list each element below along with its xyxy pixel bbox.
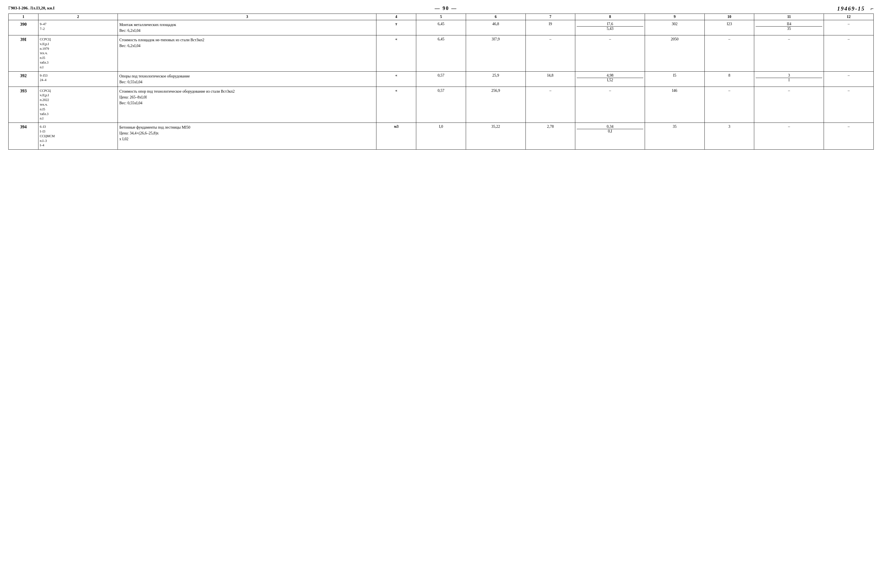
row-ref: 6–I3 I–I3 ССЦМСМ п.I–3 I–4	[38, 123, 118, 150]
row-number: 390	[9, 20, 39, 35]
header-left: Г903-I-206. Лл.I3,20, кн.I	[8, 6, 54, 10]
row-col5: I,0	[416, 123, 466, 150]
col-header-2: 2	[38, 14, 118, 20]
row-col7: –	[525, 87, 575, 123]
table-row: 3909–47 7–2Монтаж металлических площадок…	[9, 20, 874, 35]
row-col12: –	[824, 71, 874, 87]
page-number-right: 19469-15	[837, 6, 865, 12]
row-col12: –	[824, 20, 874, 35]
row-col8: 0,340,I	[575, 123, 645, 150]
row-number: 394	[9, 123, 39, 150]
row-col9: 35	[645, 123, 705, 150]
row-description: Монтаж металлических площадок Вес: 6,2хI…	[118, 20, 376, 35]
row-unit: т	[376, 20, 416, 35]
row-col10: 3	[705, 123, 754, 150]
col-header-8: 8	[575, 14, 645, 20]
header-right: 19469-15 ⌐	[837, 6, 874, 12]
column-header-row: 1 2 3 4 5 6 7 8 9 10 11 12	[9, 14, 874, 20]
row-col10: –	[705, 35, 754, 72]
row-col6: 25,9	[466, 71, 525, 87]
row-col5: 0,57	[416, 87, 466, 123]
row-col5: 6,45	[416, 35, 466, 72]
row-col7: I9	[525, 20, 575, 35]
table-row: 39IССРСЦ ч.II,р.I п.1979 тех.ч. п.I5 таб…	[9, 35, 874, 72]
row-col11: –	[754, 123, 824, 150]
row-col7: 2,78	[525, 123, 575, 150]
col-header-7: 7	[525, 14, 575, 20]
row-col11: –	[754, 87, 824, 123]
row-description: Стоимость опор под технологическое обору…	[118, 87, 376, 123]
row-col10: I23	[705, 20, 754, 35]
row-col9: 302	[645, 20, 705, 35]
row-col10: –	[705, 87, 754, 123]
col-header-10: 10	[705, 14, 754, 20]
row-col9: I46	[645, 87, 705, 123]
row-number: 392	[9, 71, 39, 87]
row-description: Стоимость площадок не-типовых из стали В…	[118, 35, 376, 72]
table-row: 3929–I53 24–4Опоры под технологическое о…	[9, 71, 874, 87]
col-header-12: 12	[824, 14, 874, 20]
col-header-11: 11	[754, 14, 824, 20]
page-header: Г903-I-206. Лл.I3,20, кн.I — 90 — 19469-…	[8, 6, 874, 12]
main-table: 1 2 3 4 5 6 7 8 9 10 11 12 3909–47 7–2Мо…	[8, 14, 874, 150]
row-col8: –	[575, 87, 645, 123]
table-row: 3946–I3 I–I3 ССЦМСМ п.I–3 I–4Бетонные фу…	[9, 123, 874, 150]
row-col9: I5	[645, 71, 705, 87]
row-col8: I7,65,43	[575, 20, 645, 35]
row-unit: м3	[376, 123, 416, 150]
row-col11: II435	[754, 20, 824, 35]
row-ref: ССРСЦ ч.II,р.I п.2022 тех.ч. п.I5 табл.3…	[38, 87, 118, 123]
col-header-5: 5	[416, 14, 466, 20]
row-number: 39I	[9, 35, 39, 72]
bracket-left: Г	[8, 6, 11, 10]
row-unit: «	[376, 35, 416, 72]
row-col8: 4,98I,52	[575, 71, 645, 87]
row-col11: 3I	[754, 71, 824, 87]
row-number: 393	[9, 87, 39, 123]
row-col6: 35,22	[466, 123, 525, 150]
col-header-4: 4	[376, 14, 416, 20]
row-col11: –	[754, 35, 824, 72]
col-header-6: 6	[466, 14, 525, 20]
col-header-3: 3	[118, 14, 376, 20]
doc-code: 903-I-206. Лл.I3,20, кн.I	[11, 6, 54, 10]
row-col6: 3I7,9	[466, 35, 525, 72]
row-col6: 46,8	[466, 20, 525, 35]
row-col12: –	[824, 87, 874, 123]
row-col6: 256,9	[466, 87, 525, 123]
row-col7: –	[525, 35, 575, 72]
row-col9: 2050	[645, 35, 705, 72]
row-col12: –	[824, 123, 874, 150]
row-col5: 6,45	[416, 20, 466, 35]
row-col10: 8	[705, 71, 754, 87]
row-description: Опоры под технологическое оборудование В…	[118, 71, 376, 87]
col-header-9: 9	[645, 14, 705, 20]
row-ref: 9–I53 24–4	[38, 71, 118, 87]
row-ref: 9–47 7–2	[38, 20, 118, 35]
row-col7: I4,8	[525, 71, 575, 87]
row-ref: ССРСЦ ч.II,р.I п.1979 тех.ч. п.I5 табл.3…	[38, 35, 118, 72]
row-unit: «	[376, 71, 416, 87]
row-unit: «	[376, 87, 416, 123]
header-center: — 90 —	[435, 6, 457, 11]
col-header-1: 1	[9, 14, 39, 20]
row-col12: –	[824, 35, 874, 72]
row-description: Бетонные фундаменты под лестницы МI50 Це…	[118, 123, 376, 150]
row-col5: 0,57	[416, 71, 466, 87]
row-col8: –	[575, 35, 645, 72]
table-row: 393ССРСЦ ч.II,р.I п.2022 тех.ч. п.I5 таб…	[9, 87, 874, 123]
corner-mark: ⌐	[871, 6, 874, 12]
